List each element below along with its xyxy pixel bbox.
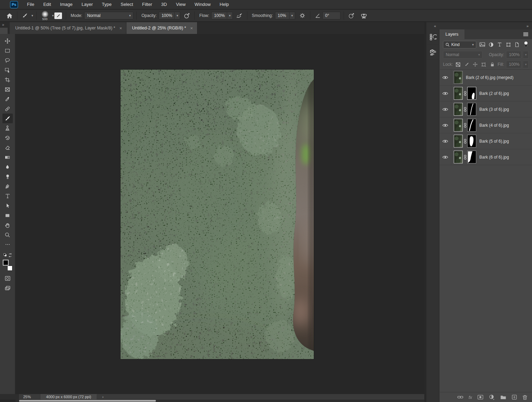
layer-row-merged[interactable]: Bark (2 of 6).jpg (merged) bbox=[440, 70, 532, 86]
foreground-background-colors[interactable] bbox=[2, 260, 13, 271]
zoom-level-field[interactable]: 25% bbox=[19, 395, 35, 399]
layer-visibility-toggle[interactable] bbox=[440, 133, 451, 149]
brush-tool[interactable] bbox=[2, 114, 13, 123]
menu-type[interactable]: Type bbox=[97, 0, 116, 9]
spot-healing-brush-tool[interactable] bbox=[2, 104, 13, 114]
collapse-dock-left-icon[interactable]: « bbox=[434, 24, 436, 28]
layer-name[interactable]: Bark (3 of 6).jpg bbox=[479, 107, 509, 112]
rectangle-shape-tool[interactable] bbox=[2, 211, 13, 220]
layer-name[interactable]: Bark (6 of 6).jpg bbox=[479, 155, 509, 160]
layer-thumbnail[interactable] bbox=[454, 151, 463, 163]
layer-thumbnail[interactable] bbox=[454, 87, 463, 100]
rectangular-marquee-tool[interactable] bbox=[2, 46, 13, 55]
brush-angle-input[interactable]: 0° bbox=[322, 12, 340, 19]
layer-name[interactable]: Bark (4 of 6).jpg bbox=[479, 123, 509, 128]
history-panel-button[interactable] bbox=[426, 29, 439, 45]
layer-mask-thumbnail[interactable] bbox=[467, 135, 476, 148]
layer-name[interactable]: Bark (2 of 6).jpg bbox=[479, 91, 509, 96]
flow-chevron-icon[interactable]: ▾ bbox=[227, 12, 233, 19]
document-tab-untitled-2[interactable]: Untitled-2 @ 25% (RGB/8) * × bbox=[126, 22, 197, 34]
layer-filter-kind-select[interactable]: Kind ▾ bbox=[443, 41, 476, 48]
layers-panel-menu-icon[interactable] bbox=[523, 32, 529, 36]
blur-tool[interactable] bbox=[2, 162, 13, 172]
layer-row-bark-5[interactable]: Bark (5 of 6).jpg bbox=[440, 133, 532, 149]
new-adjustment-layer-button[interactable] bbox=[489, 394, 495, 400]
hand-tool[interactable] bbox=[2, 220, 13, 230]
layer-mask-thumbnail[interactable] bbox=[467, 119, 476, 132]
layer-thumbnail[interactable] bbox=[454, 103, 463, 116]
lock-position-button[interactable] bbox=[472, 61, 479, 68]
layer-mask-thumbnail[interactable] bbox=[467, 151, 476, 163]
new-group-button[interactable] bbox=[500, 395, 506, 400]
layer-filtering-toggle[interactable] bbox=[523, 41, 529, 48]
layer-fill-chevron-icon[interactable]: ▾ bbox=[523, 61, 529, 68]
smoothing-options-button[interactable] bbox=[298, 11, 307, 20]
horizontal-scrollbar-thumb[interactable] bbox=[19, 400, 156, 402]
eyedropper-tool[interactable] bbox=[2, 94, 13, 104]
pen-tool[interactable] bbox=[2, 181, 13, 191]
layer-name[interactable]: Bark (5 of 6).jpg bbox=[479, 139, 509, 144]
paint-symmetry-button[interactable] bbox=[360, 11, 369, 20]
edit-toolbar-button[interactable] bbox=[2, 240, 13, 249]
menu-edit[interactable]: Edit bbox=[39, 0, 55, 9]
layer-row-bark-3[interactable]: Bark (3 of 6).jpg bbox=[440, 101, 532, 117]
layer-row-bark-4[interactable]: Bark (4 of 6).jpg bbox=[440, 117, 532, 133]
quick-mask-button[interactable] bbox=[2, 274, 13, 283]
layer-mask-thumbnail[interactable] bbox=[467, 103, 476, 116]
canvas-document[interactable] bbox=[121, 70, 314, 359]
blend-mode-select[interactable]: Normal ▾ bbox=[84, 12, 133, 19]
flow-input[interactable]: 100% bbox=[211, 12, 227, 19]
screen-mode-button[interactable] bbox=[2, 283, 13, 293]
move-tool[interactable] bbox=[2, 36, 13, 46]
new-layer-button[interactable] bbox=[512, 394, 517, 400]
collapsed-panel-stub[interactable] bbox=[0, 28, 8, 34]
layer-thumbnail[interactable] bbox=[454, 119, 463, 132]
mask-link-icon[interactable] bbox=[464, 107, 467, 112]
layer-blend-mode-select[interactable]: Normal ▾ bbox=[443, 51, 482, 59]
mask-link-icon[interactable] bbox=[464, 139, 467, 144]
history-brush-tool[interactable] bbox=[2, 133, 13, 143]
document-tab-untitled-1[interactable]: Untitled-1 @ 50% (Tree (5 of 7).jpg, Lay… bbox=[10, 22, 126, 34]
mask-link-icon[interactable] bbox=[464, 123, 467, 128]
filter-shape-layers-button[interactable] bbox=[506, 41, 511, 48]
layer-row-bark-6[interactable]: Bark (6 of 6).jpg bbox=[440, 149, 532, 165]
layer-thumbnail[interactable] bbox=[454, 71, 463, 84]
brush-size-preview[interactable]: 500 bbox=[40, 11, 50, 21]
dodge-tool[interactable] bbox=[2, 172, 13, 181]
layer-fill-input[interactable]: 100% bbox=[506, 61, 521, 68]
menu-help[interactable]: Help bbox=[215, 0, 233, 9]
menu-image[interactable]: Image bbox=[55, 0, 77, 9]
layer-visibility-toggle[interactable] bbox=[440, 70, 451, 86]
airbrush-button[interactable] bbox=[235, 11, 244, 20]
clone-stamp-tool[interactable] bbox=[2, 123, 13, 133]
smoothing-chevron-icon[interactable]: ▾ bbox=[290, 12, 295, 19]
menu-view[interactable]: View bbox=[171, 0, 190, 9]
filter-type-layers-button[interactable] bbox=[497, 41, 503, 48]
layer-row-bark-2[interactable]: Bark (2 of 6).jpg bbox=[440, 86, 532, 101]
pressure-size-button[interactable] bbox=[347, 11, 356, 20]
close-tab-icon[interactable]: × bbox=[190, 26, 193, 31]
delete-layer-button[interactable] bbox=[522, 394, 527, 400]
layer-name[interactable]: Bark (2 of 6).jpg (merged) bbox=[466, 75, 513, 80]
lock-transparency-button[interactable] bbox=[455, 61, 462, 68]
canvas-pasteboard[interactable] bbox=[16, 34, 424, 394]
layer-opacity-chevron-icon[interactable]: ▾ bbox=[523, 51, 529, 59]
object-selection-tool[interactable] bbox=[2, 65, 13, 75]
default-and-swap-colors[interactable] bbox=[2, 252, 13, 258]
menu-window[interactable]: Window bbox=[190, 0, 215, 9]
close-tab-icon[interactable]: × bbox=[119, 26, 122, 31]
pressure-opacity-button[interactable] bbox=[182, 11, 191, 20]
layer-style-button[interactable]: fx bbox=[469, 395, 472, 400]
type-tool[interactable] bbox=[2, 191, 13, 201]
brush-tool-preset[interactable] bbox=[20, 11, 29, 20]
layer-thumbnail[interactable] bbox=[454, 135, 463, 148]
gradient-tool[interactable] bbox=[2, 152, 13, 162]
lasso-tool[interactable] bbox=[2, 55, 13, 65]
layer-visibility-toggle[interactable] bbox=[440, 149, 451, 165]
lock-pixels-button[interactable] bbox=[463, 61, 470, 68]
opacity-input[interactable]: 100% bbox=[159, 12, 175, 19]
filter-smart-objects-button[interactable] bbox=[514, 41, 520, 48]
mask-link-icon[interactable] bbox=[464, 91, 467, 96]
opacity-chevron-icon[interactable]: ▾ bbox=[175, 12, 180, 19]
frame-tool[interactable] bbox=[2, 84, 13, 94]
